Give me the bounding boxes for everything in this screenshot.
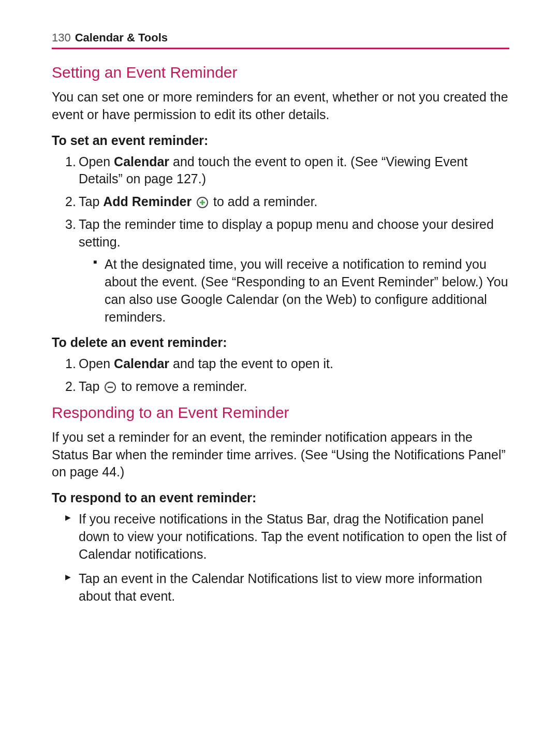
sub-heading-set-reminder: To set an event reminder: [52, 133, 509, 148]
step-text: Open [79, 154, 114, 169]
page-number: 130 [52, 31, 71, 45]
sub-bullet-item: At the designated time, you will receive… [93, 256, 509, 326]
respond-reminder-bullets: If you receive notifications in the Stat… [52, 511, 509, 605]
section-heading-responding: Responding to an Event Reminder [52, 404, 509, 421]
respond-bullet-1: If you receive notifications in the Stat… [65, 511, 509, 563]
step-2: Tap Add Reminder to add a reminder. [65, 193, 509, 211]
set-reminder-steps: Open Calendar and touch the event to ope… [52, 153, 509, 326]
sub-heading-delete-reminder: To delete an event reminder: [52, 335, 509, 350]
step-text: to add a reminder. [213, 194, 318, 209]
step-3: Tap the reminder time to display a popup… [65, 216, 509, 326]
sub-heading-respond-reminder: To respond to an event reminder: [52, 490, 509, 505]
minus-circle-icon [104, 381, 116, 394]
step-text: and tap the event to open it. [169, 356, 333, 371]
step-text: Tap [79, 379, 103, 394]
step-2: Tap to remove a reminder. [65, 378, 509, 396]
section1-intro: You can set one or more reminders for an… [52, 89, 509, 124]
step-text: Tap [79, 194, 103, 209]
step-1: Open Calendar and touch the event to ope… [65, 153, 509, 188]
header-title: Calendar & Tools [75, 31, 168, 45]
step-3-sub-bullets: At the designated time, you will receive… [79, 256, 509, 326]
respond-bullet-2: Tap an event in the Calendar Notificatio… [65, 570, 509, 605]
manual-page: 130 Calendar & Tools Setting an Event Re… [0, 0, 559, 654]
step-1: Open Calendar and tap the event to open … [65, 355, 509, 373]
page-header: 130 Calendar & Tools [52, 31, 509, 49]
section2-intro: If you set a reminder for an event, the … [52, 429, 509, 481]
delete-reminder-steps: Open Calendar and tap the event to open … [52, 355, 509, 396]
bold-calendar: Calendar [114, 356, 169, 371]
step-text: to remove a reminder. [117, 379, 247, 394]
bold-add-reminder: Add Reminder [103, 194, 192, 209]
bold-calendar: Calendar [114, 154, 169, 169]
section-heading-setting: Setting an Event Reminder [52, 64, 509, 81]
plus-circle-icon [196, 196, 209, 209]
step-text: Tap the reminder time to display a popup… [79, 217, 494, 249]
step-text: Open [79, 356, 114, 371]
